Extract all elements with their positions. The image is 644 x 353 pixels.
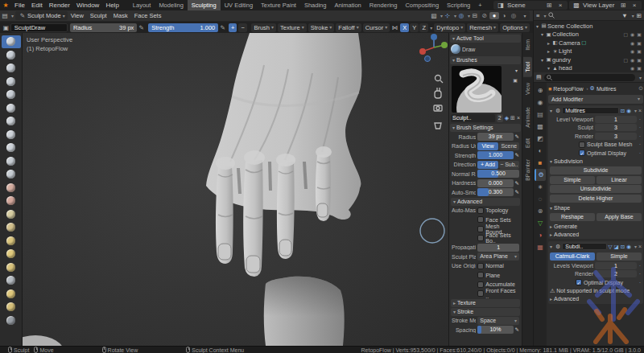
- texture-panel-header[interactable]: ▸Texture: [451, 299, 520, 307]
- shading-wireframe-icon[interactable]: ⊘: [480, 12, 489, 19]
- workspace-tab-rendering[interactable]: Rendering: [365, 0, 402, 10]
- stroke-dropdown[interactable]: Stroke▾: [308, 23, 335, 32]
- tool-grab[interactable]: [2, 235, 21, 248]
- subsurf-realtime-toggle-icon[interactable]: ⊡: [621, 244, 625, 250]
- tab-object[interactable]: ■: [535, 157, 546, 169]
- multires-extras-chevron[interactable]: ▾: [634, 108, 637, 113]
- levels-viewport-field[interactable]: 1: [595, 262, 637, 269]
- radius-pressure-icon[interactable]: ✎: [137, 24, 146, 31]
- active-tool-row[interactable]: Draw: [450, 43, 521, 55]
- multires-realtime-toggle-icon[interactable]: ⊡: [621, 108, 625, 114]
- remesh-dropdown[interactable]: Remesh▾: [467, 23, 498, 32]
- workspace-tab-sculpting[interactable]: Sculpting: [188, 0, 221, 10]
- workspace-tab-shading[interactable]: Shading: [300, 0, 331, 10]
- radius-unit-view[interactable]: View: [477, 142, 497, 150]
- tool-scrape[interactable]: [2, 195, 21, 207]
- tab-texture[interactable]: ▦: [535, 241, 546, 253]
- tab-view-layer[interactable]: ▩: [535, 121, 546, 133]
- simple-button[interactable]: Simple: [597, 252, 642, 261]
- advanced-panel-header[interactable]: ▾Advanced: [451, 198, 520, 206]
- stroke-method-dropdown[interactable]: Space▾: [477, 317, 519, 325]
- autosmooth-pressure-icon[interactable]: ✎: [515, 189, 519, 195]
- brush-name-field[interactable]: SculptDraw: [10, 23, 68, 32]
- tool-crease[interactable]: [2, 142, 21, 154]
- fake-user-shield-icon[interactable]: ◈: [505, 115, 509, 121]
- strength-pressure-icon[interactable]: ✎: [218, 24, 227, 31]
- tool-clay-strips[interactable]: [2, 76, 21, 88]
- tab-render[interactable]: ◉: [535, 96, 546, 109]
- menu-file[interactable]: File: [11, 2, 28, 9]
- tool-smooth[interactable]: [2, 155, 21, 168]
- optimal-display-checkbox[interactable]: ✓: [579, 150, 585, 156]
- add-modifier-dropdown[interactable]: Add Modifier▾: [548, 95, 643, 104]
- tool-clay-thumb[interactable]: [2, 88, 21, 101]
- level-viewport-field[interactable]: 1: [595, 116, 637, 123]
- apply-base-button[interactable]: Apply Base: [597, 213, 642, 221]
- mesh-boundary-checkbox[interactable]: [477, 226, 484, 232]
- tab-output[interactable]: ▤: [535, 109, 546, 121]
- face-sets-checkbox[interactable]: [477, 216, 484, 223]
- tab-material[interactable]: ◑: [535, 229, 546, 241]
- sculpt-plane-dropdown[interactable]: Area Plane▾: [477, 252, 519, 261]
- accumulate-checkbox[interactable]: [477, 281, 484, 288]
- falloff-dropdown[interactable]: Falloff▾: [336, 23, 361, 32]
- workspace-tab-texture-paint[interactable]: Texture Paint: [257, 0, 300, 10]
- brush-thumbnail-icon[interactable]: ▣: [513, 77, 518, 83]
- subsurf-render-toggle-icon[interactable]: ◉: [626, 244, 631, 250]
- tool-mask[interactable]: [2, 314, 21, 327]
- tool-settings-icon[interactable]: ▧: [429, 12, 439, 19]
- properties-editor-type-icon[interactable]: ▤: [536, 74, 542, 80]
- collection-exclude-checkbox[interactable]: ▢: [623, 31, 628, 37]
- menu-face-sets[interactable]: Face Sets: [131, 12, 165, 19]
- tool-elastic-deform[interactable]: [2, 248, 21, 261]
- sidebar-tab-view[interactable]: View: [523, 78, 532, 100]
- properties-search-input[interactable]: [544, 74, 635, 81]
- menu-window[interactable]: Window: [73, 2, 102, 9]
- subsurf-advanced-subpanel-header[interactable]: ▸Advanced: [550, 295, 642, 303]
- tab-constraints[interactable]: ⊗: [535, 205, 546, 217]
- subsurf-collapse[interactable]: ▾: [550, 244, 552, 249]
- tab-tool[interactable]: ⊕: [535, 84, 546, 96]
- mirror-y-button[interactable]: Y: [410, 23, 419, 32]
- blender-logo-icon[interactable]: ★: [0, 2, 11, 9]
- radius-slider[interactable]: Radius 39 px: [70, 23, 137, 32]
- workspace-tab-modeling[interactable]: Modeling: [155, 0, 187, 10]
- shape-subpanel-header[interactable]: ▾Shape: [550, 203, 642, 211]
- outliner-search-icon[interactable]: [548, 12, 555, 18]
- duplicate-brush-icon[interactable]: ⊞: [510, 115, 515, 121]
- tab-modifiers[interactable]: ⚙: [535, 169, 546, 181]
- menu-edit[interactable]: Edit: [28, 2, 46, 9]
- gizmo-z-axis[interactable]: [431, 34, 437, 40]
- menu-mask[interactable]: Mask: [110, 12, 131, 19]
- sidebar-tab-item[interactable]: Item: [523, 35, 532, 55]
- direction-add[interactable]: + Add: [477, 161, 497, 169]
- new-view-layer-icon[interactable]: ⊞: [618, 2, 628, 9]
- active-tool-panel-header[interactable]: ▾Active Tool: [450, 35, 521, 43]
- menu-sculpt[interactable]: Sculpt: [87, 12, 110, 19]
- brush-settings-panel-header[interactable]: ▾Brush Settings: [450, 124, 521, 132]
- subsurf-extras-chevron[interactable]: ▾: [634, 244, 637, 249]
- overlays-icon[interactable]: ◎: [456, 12, 466, 19]
- multires-render-toggle-icon[interactable]: ◉: [626, 108, 631, 114]
- gundry-render-icon[interactable]: ▣: [637, 57, 642, 63]
- tool-thumb[interactable]: [2, 274, 21, 287]
- tool-fill[interactable]: [2, 182, 21, 195]
- subdivide-linear-button[interactable]: Linear: [597, 176, 642, 184]
- strength-field[interactable]: 1.000: [477, 151, 513, 159]
- workspace-tab-scripting[interactable]: Scripting: [443, 0, 474, 10]
- shading-solid-icon[interactable]: ●: [489, 12, 499, 19]
- topology-checkbox[interactable]: [477, 207, 484, 214]
- stroke-panel-header[interactable]: ▾Stroke: [451, 308, 520, 316]
- gizmo-negative-axis[interactable]: [425, 56, 431, 62]
- propagation-field[interactable]: 1: [477, 244, 519, 252]
- xray-toggle-icon[interactable]: ⊟: [470, 12, 480, 19]
- breadcrumb-modifier[interactable]: Multires: [597, 86, 617, 92]
- face-sets-boundary-checkbox[interactable]: [477, 235, 484, 241]
- subdivision-subpanel-header[interactable]: ▾Subdivision: [550, 158, 642, 166]
- tab-particles[interactable]: ∗: [535, 181, 546, 193]
- render-level-field[interactable]: 3: [595, 133, 637, 140]
- breadcrumb-object[interactable]: RetopoFlow: [553, 86, 583, 92]
- shading-material-icon[interactable]: ◑: [499, 12, 509, 19]
- properties-options-chevron[interactable]: ▾: [639, 75, 642, 80]
- spacing-field[interactable]: 10%: [477, 326, 513, 334]
